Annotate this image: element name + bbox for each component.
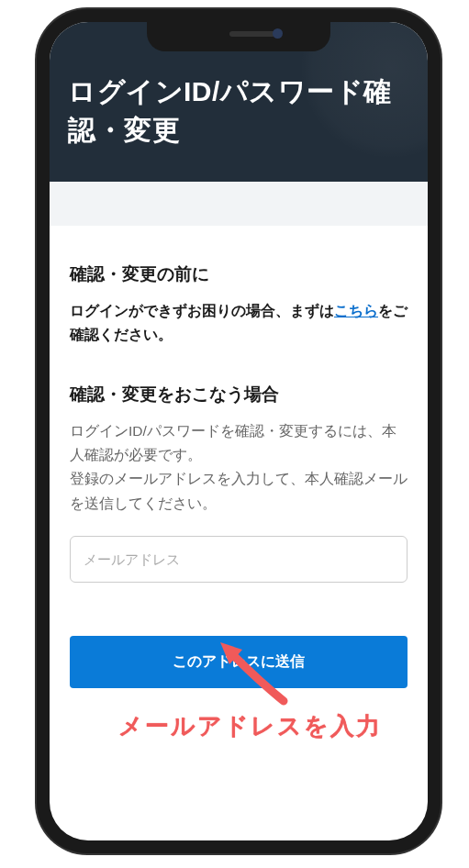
phone-frame: ログインID/パスワード確認・変更 確認・変更の前に ログインができずお困りの場…	[37, 9, 441, 853]
page-title: ログインID/パスワード確認・変更	[68, 72, 409, 150]
email-input[interactable]	[70, 536, 408, 583]
section1-title: 確認・変更の前に	[70, 262, 408, 286]
section2-desc2: 登録のメールアドレスを入力して、本人確認メールを送信してください。	[70, 467, 408, 516]
phone-notch	[147, 22, 330, 51]
phone-screen: ログインID/パスワード確認・変更 確認・変更の前に ログインができずお困りの場…	[50, 22, 428, 840]
help-link[interactable]: こちら	[334, 303, 378, 318]
annotation-label: メールアドレスを入力	[118, 710, 382, 742]
main-content: 確認・変更の前に ログインができずお困りの場合、まずはこちらをご確認ください。 …	[50, 226, 428, 707]
header-divider	[50, 182, 428, 226]
section-before-change: 確認・変更の前に ログインができずお困りの場合、まずはこちらをご確認ください。	[70, 262, 408, 348]
section2-desc1: ログインID/パスワードを確認・変更するには、本人確認が必要です。	[70, 419, 408, 468]
section1-text-before: ログインができずお困りの場合、まずは	[70, 303, 334, 318]
submit-button[interactable]: このアドレスに送信	[70, 636, 408, 688]
section1-text: ログインができずお困りの場合、まずはこちらをご確認ください。	[70, 299, 408, 348]
section2-title: 確認・変更をおこなう場合	[70, 383, 408, 406]
section-do-change: 確認・変更をおこなう場合 ログインID/パスワードを確認・変更するには、本人確認…	[70, 383, 408, 688]
